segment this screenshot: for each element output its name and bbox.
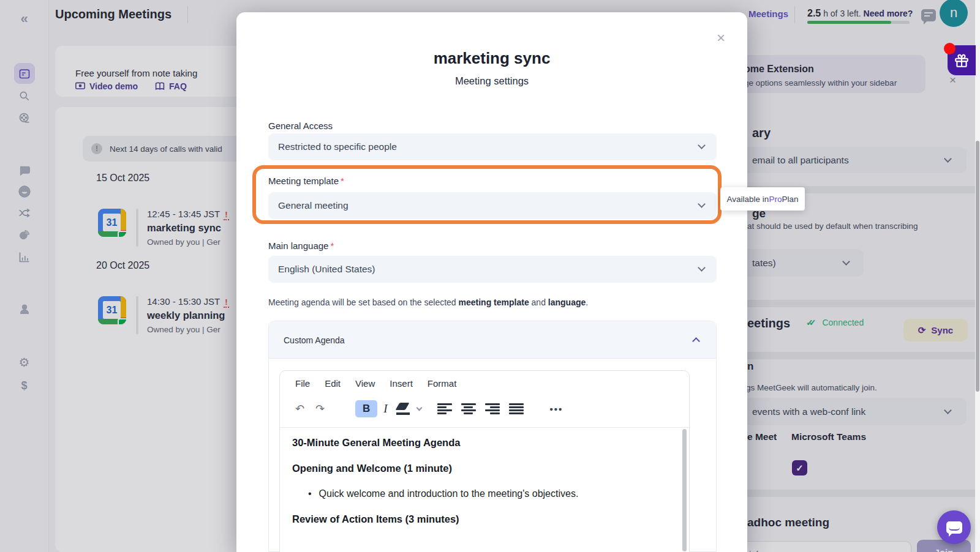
meeting-template-select[interactable]: General meeting (268, 192, 717, 219)
required-mark: * (341, 176, 344, 186)
menu-view[interactable]: View (355, 378, 375, 389)
page-scrollbar[interactable] (975, 0, 980, 552)
meeting-settings-modal: × marketing sync Meeting settings Genera… (236, 12, 747, 552)
undo-icon[interactable]: ↶ (295, 402, 304, 416)
chevron-down-icon[interactable] (416, 405, 422, 411)
gift-icon (954, 53, 970, 69)
menu-edit[interactable]: Edit (325, 378, 341, 389)
more-options-icon[interactable]: ••• (550, 404, 564, 414)
align-center-icon[interactable] (461, 403, 476, 414)
agenda-hint: Meeting agenda will be set based on the … (268, 297, 588, 307)
pro-plan-link[interactable]: Pro (769, 195, 782, 204)
modal-subtitle: Meeting settings (236, 75, 747, 87)
app-root: « ⚙ $ Upcoming Meetings (0, 0, 980, 552)
agenda-editor-content[interactable]: 30-Minute General Meeting Agenda Opening… (292, 437, 666, 539)
menu-file[interactable]: File (295, 378, 310, 389)
align-left-icon[interactable] (437, 403, 452, 414)
intercom-chat-button[interactable] (937, 510, 971, 544)
meeting-template-label: Meeting template* (268, 176, 344, 186)
general-access-label: General Access (268, 121, 333, 131)
align-right-icon[interactable] (485, 403, 500, 414)
main-language-label: Main language* (268, 241, 334, 251)
editor-scrollbar-thumb[interactable] (682, 429, 687, 551)
agenda-bullet: •Quick welcome and introduction to the m… (308, 488, 666, 499)
close-icon[interactable]: × (717, 31, 725, 45)
chat-smile-icon (946, 521, 962, 534)
agenda-line: 30-Minute General Meeting Agenda (292, 437, 666, 449)
required-mark: * (330, 241, 334, 251)
menu-insert[interactable]: Insert (390, 378, 413, 389)
custom-agenda-header[interactable]: Custom Agenda (269, 321, 716, 359)
pro-plan-tooltip: Available in Pro Plan (720, 187, 805, 211)
notification-dot (944, 43, 956, 54)
italic-button[interactable]: I (383, 402, 387, 416)
main-language-select[interactable]: English (United States) (268, 256, 717, 283)
menu-format[interactable]: Format (428, 378, 457, 389)
redo-icon[interactable]: ↷ (315, 402, 325, 416)
general-access-select[interactable]: Restricted to specific people (268, 133, 717, 160)
rich-text-editor[interactable]: File Edit View Insert Format ↶ ↷ B I ••• (279, 370, 690, 552)
align-justify-icon[interactable] (509, 403, 524, 414)
agenda-line: Opening and Welcome (1 minute) (292, 463, 666, 474)
modal-title: marketing sync (236, 49, 747, 68)
agenda-line: Review of Action Items (3 minutes) (292, 513, 666, 525)
bold-button[interactable]: B (355, 400, 377, 417)
chevron-up-icon (692, 337, 700, 345)
highlight-color-icon[interactable] (396, 403, 410, 415)
page-scrollbar-thumb[interactable] (976, 141, 979, 392)
